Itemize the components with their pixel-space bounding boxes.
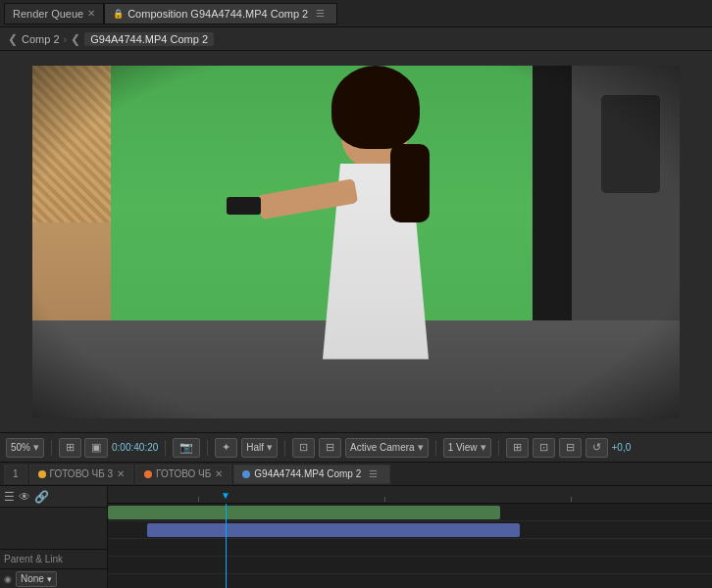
fast-preview-btn[interactable]: ⊟ <box>319 438 341 458</box>
video-frame <box>32 66 680 418</box>
tab-label: Render Queue <box>13 8 83 20</box>
tl-tab-label: ГОТОВО ЧБ 3 <box>50 468 114 479</box>
view-value: 1 View <box>448 442 478 453</box>
character <box>278 105 474 360</box>
separator6 <box>498 440 499 456</box>
tab-menu-icon[interactable]: ☰ <box>312 8 329 19</box>
tl-ruler-mark-3: 39:07f <box>559 495 584 505</box>
breadcrumb-comp2-full[interactable]: G94A4744.MP4 Comp 2 <box>84 32 214 46</box>
timecode-group: 0:00:40:20 <box>112 442 158 453</box>
viewer-tools-group: ⊞ ▣ <box>59 438 108 458</box>
tl-track-4 <box>108 557 712 574</box>
tl-ruler-mark-1: 37:07f <box>186 495 211 505</box>
breadcrumb-forward-arrow[interactable]: ❮ <box>71 32 80 46</box>
stereo-icon: ⊟ <box>566 441 575 454</box>
separator5 <box>435 440 436 456</box>
tick-3 <box>571 497 572 502</box>
tl-parent-label: Parent & Link <box>4 554 63 564</box>
breadcrumb-bar: ❮ Comp 2 › ❮ G94A4744.MP4 Comp 2 <box>0 27 712 51</box>
viewer-area <box>0 51 712 433</box>
tab-render-queue[interactable]: Render Queue ✕ <box>4 3 104 24</box>
quality-dropdown[interactable]: Half ▾ <box>241 438 278 458</box>
char-hair-right <box>390 144 430 222</box>
tl-visible-btn[interactable]: 👁 <box>19 490 30 504</box>
char-gun <box>227 197 261 215</box>
quality-chevron-icon: ▾ <box>267 441 273 454</box>
timeline-tabs: 1 ГОТОВО ЧБ 3 ✕ ГОТОВО ЧБ ✕ G94A4744.MP4… <box>0 463 712 486</box>
lock-view-icon: ⊞ <box>513 441 522 454</box>
full-screen-icon: ⊡ <box>539 441 548 454</box>
timecode-display[interactable]: 0:00:40:20 <box>112 442 158 453</box>
tl-parent-select[interactable]: None ▾ <box>16 571 57 587</box>
timeline-tab-1[interactable]: 1 <box>4 465 27 484</box>
full-screen-btn[interactable]: ⊡ <box>533 438 555 458</box>
grid-toggle-btn[interactable]: ⊞ <box>59 438 81 458</box>
fast-preview-icon: ⊟ <box>326 441 334 454</box>
tl-clip-1[interactable] <box>108 506 500 519</box>
bg-right-bag <box>601 95 660 193</box>
breadcrumb-separator: › <box>64 33 68 45</box>
tl-playhead[interactable] <box>226 504 227 588</box>
tl-track-3 <box>108 539 712 557</box>
margin-icon: ▣ <box>91 441 101 454</box>
tl-ruler: 37:07f 38:07f 39:07f <box>108 486 712 504</box>
parent-select-chevron: ▾ <box>47 574 52 584</box>
camera-dropdown[interactable]: Active Camera ▾ <box>345 438 429 458</box>
view-dropdown[interactable]: 1 View ▾ <box>443 438 491 458</box>
breadcrumb-comp2-short[interactable]: Comp 2 <box>22 33 60 45</box>
resolution-icon: ⊡ <box>299 441 308 454</box>
tl-left-panel: ☰ 👁 🔗 Parent & Link ◉ None ▾ <box>0 486 108 588</box>
refresh-icon: ↺ <box>592 441 601 454</box>
tl-track-1 <box>108 504 712 521</box>
separator4 <box>284 440 285 456</box>
safety-margin-btn[interactable]: ▣ <box>84 438 108 458</box>
separator <box>51 440 52 456</box>
char-hair <box>331 66 420 149</box>
tl-solo-btn[interactable]: ☰ <box>4 490 15 504</box>
zoom-dropdown[interactable]: 50% ▾ <box>6 438 44 458</box>
tl-tab-dot-orange <box>144 470 152 478</box>
stereo-btn[interactable]: ⊟ <box>559 438 582 458</box>
breadcrumb-back-arrow[interactable]: ❮ <box>8 32 18 46</box>
scene <box>32 66 680 418</box>
timeline-tab-gotovo-chb[interactable]: ГОТОВО ЧБ ✕ <box>135 465 231 484</box>
tab-label: Composition G94A4744.MP4 Comp 2 <box>127 8 308 20</box>
tl-parent-value: None <box>21 573 44 584</box>
camera-value: Active Camera <box>350 442 415 453</box>
tl-tab-menu-icon[interactable]: ☰ <box>365 468 381 479</box>
timeline-area: 1 ГОТОВО ЧБ 3 ✕ ГОТОВО ЧБ ✕ G94A4744.MP4… <box>0 463 712 588</box>
tick-1 <box>198 497 199 502</box>
tl-tab-close-icon[interactable]: ✕ <box>215 468 223 479</box>
timeline-content: ☰ 👁 🔗 Parent & Link ◉ None ▾ <box>0 486 712 588</box>
position-value: +0,0 <box>612 442 632 453</box>
view-chevron-icon: ▾ <box>481 441 486 454</box>
snapshot-btn[interactable]: 📷 <box>173 438 200 458</box>
tl-lock-btn[interactable]: 🔗 <box>34 490 49 504</box>
tl-parent-row: Parent & Link <box>0 549 107 568</box>
timeline-tab-comp2[interactable]: G94A4744.MP4 Comp 2 ☰ <box>233 465 390 484</box>
tl-tab-label: 1 <box>13 468 19 479</box>
resolution-btn[interactable]: ⊡ <box>292 438 315 458</box>
eyedropper-icon: ✦ <box>222 441 230 454</box>
tl-ruler-mark-2: 38:07f <box>373 495 397 505</box>
zoom-value: 50% <box>11 442 30 453</box>
tab-comp2[interactable]: 🔒 Composition G94A4744.MP4 Comp 2 ☰ <box>104 3 337 24</box>
tl-select-none-icon: ◉ <box>4 574 12 584</box>
tl-tab-label: G94A4744.MP4 Comp 2 <box>254 468 361 479</box>
tl-tracks <box>108 504 712 588</box>
tl-clip-2[interactable] <box>147 523 520 537</box>
tl-tab-dot-yellow <box>38 470 46 478</box>
camera-icon: 📷 <box>179 441 193 454</box>
tab-close-icon[interactable]: ✕ <box>87 8 95 19</box>
timeline-tab-gotovo-chb3[interactable]: ГОТОВО ЧБ 3 ✕ <box>29 465 134 484</box>
zoom-chevron-icon: ▾ <box>33 441 39 454</box>
quality-value: Half <box>246 442 264 453</box>
tab-bar: Render Queue ✕ 🔒 Composition G94A4744.MP… <box>0 0 712 27</box>
tl-tab-close-icon[interactable]: ✕ <box>117 468 125 479</box>
lock-view-btn[interactable]: ⊞ <box>506 438 529 458</box>
lock-icon: 🔒 <box>113 9 124 19</box>
refresh-btn[interactable]: ↺ <box>585 438 608 458</box>
color-picker-btn[interactable]: ✦ <box>215 438 237 458</box>
tl-toolbar: ☰ 👁 🔗 <box>0 486 107 508</box>
tl-tab-label: ГОТОВО ЧБ <box>156 468 211 479</box>
